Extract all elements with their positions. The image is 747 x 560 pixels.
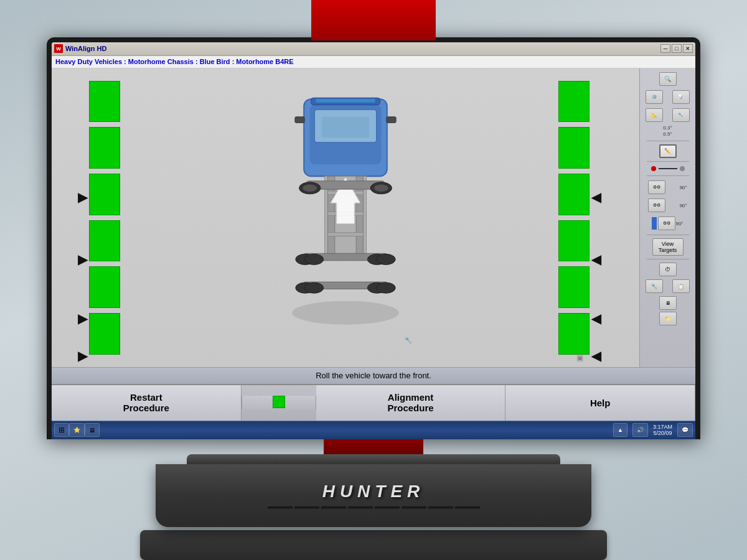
red-dot-indicator	[649, 165, 687, 172]
maximize-button[interactable]: □	[672, 44, 682, 53]
minimize-button[interactable]: ─	[660, 44, 670, 53]
green-block-right-4	[558, 220, 590, 262]
keyboard-area	[140, 530, 607, 560]
close-button[interactable]: ✕	[683, 44, 693, 53]
measure-icon-row: ⚙⚙ 90°	[651, 215, 684, 231]
status-message: Roll the vehicle toward the front.	[316, 371, 431, 380]
vent-3	[321, 506, 346, 509]
green-block-right-3	[558, 174, 590, 215]
console-vents	[268, 506, 480, 509]
sidebar-axle-label-2: 90°	[680, 203, 687, 208]
app-title: WinAlign HD	[65, 45, 107, 52]
restart-procedure-button[interactable]: Restart Procedure	[52, 385, 242, 421]
svg-point-23	[304, 254, 324, 264]
console-body: HUNTER	[156, 464, 591, 527]
green-block-left-4	[89, 220, 120, 262]
center-indicator-area	[242, 396, 316, 409]
svg-rect-14	[327, 232, 363, 236]
sidebar-icon-4[interactable]: 📐	[646, 108, 663, 122]
svg-text:🔧: 🔧	[405, 337, 412, 344]
arrow-right-3: ◀	[591, 311, 601, 326]
monitor-bezel: W WinAlign HD ─ □ ✕ Heavy Duty Vehicles …	[47, 37, 700, 439]
arrow-right-2: ◀	[591, 252, 601, 267]
sidebar-icon-1[interactable]: 🔍	[659, 72, 677, 86]
red-dot-right	[680, 166, 685, 171]
sidebar-axle-icon-1[interactable]: ⚙⚙	[648, 180, 665, 194]
sidebar-top-icons: 🔍	[641, 71, 694, 87]
taskbar-tray: ▲ 🔊 3:17AM 5/20/09 💬	[613, 423, 693, 437]
alignment-btn-label: Alignment Procedure	[387, 392, 433, 413]
sidebar-icon-3[interactable]: 📊	[672, 90, 690, 104]
viz-area: ▶ ▶ ▶ ▶ ◀ ◀ ◀ ◀	[52, 68, 639, 367]
title-bar-left: W WinAlign HD	[54, 44, 107, 53]
sidebar-icon-row-2: ⚙️ 📊	[641, 89, 694, 105]
taskbar-star-item[interactable]: ⭐	[69, 423, 85, 437]
hunter-logo: HUNTER	[322, 482, 425, 502]
stand-base-top	[187, 454, 560, 464]
svg-rect-6	[387, 116, 396, 123]
app-icon: W	[54, 44, 63, 53]
taskbar-clock: 3:17AM 5/20/09	[653, 424, 672, 436]
vent-7	[428, 506, 453, 509]
measure-icon[interactable]	[652, 217, 657, 230]
green-block-left-1	[89, 81, 120, 123]
vehicle-illustration: 🔧	[258, 87, 433, 348]
sidebar-icon-2[interactable]: ⚙️	[646, 90, 663, 104]
green-block-left-3	[89, 174, 120, 215]
svg-point-25	[377, 254, 396, 264]
taskbar-app-item[interactable]: 🖥	[85, 423, 100, 437]
green-block-left-2	[89, 127, 120, 169]
windows-taskbar: ⊞ ⭐ 🖥 ▲ 🔊 3:17AM 5/20/09 💬	[52, 421, 695, 439]
sidebar-icon-bottom-4[interactable]: 📁	[659, 312, 677, 325]
sidebar-icon-5[interactable]: 🔧	[672, 108, 690, 122]
svg-rect-5	[295, 116, 304, 123]
arrow-left-2: ▶	[78, 252, 87, 267]
vent-4	[348, 506, 373, 509]
restart-btn-label: Restart Procedure	[123, 392, 169, 413]
green-block-right-6	[558, 313, 590, 355]
green-blocks-right	[558, 81, 590, 355]
help-button[interactable]: Help	[505, 385, 695, 421]
taskbar-windows-icon[interactable]: ⊞	[54, 423, 69, 437]
green-blocks-left	[89, 81, 120, 355]
sidebar-icon-bottom-1[interactable]: 🔧	[646, 279, 663, 293]
bottom-buttons-bar: Restart Procedure Alignment Procedure He…	[52, 385, 695, 421]
vent-2	[294, 506, 319, 509]
sidebar-highlight-icon[interactable]: ✏️	[659, 144, 677, 158]
arrow-right-4: ◀	[591, 348, 601, 363]
green-block-left-6	[89, 313, 120, 355]
monitor-screen: W WinAlign HD ─ □ ✕ Heavy Duty Vehicles …	[52, 42, 695, 439]
sidebar-axle-label-1: 90°	[680, 185, 687, 190]
svg-point-30	[377, 282, 396, 293]
green-block-right-5	[558, 266, 590, 308]
sidebar-icon-bottom-3[interactable]: 🖥	[659, 296, 677, 310]
arrow-left-1: ▶	[78, 190, 87, 205]
alignment-procedure-button[interactable]: Alignment Procedure	[316, 385, 506, 421]
sidebar-axle-icon-2[interactable]: ⚙⚙	[648, 198, 665, 212]
green-block-left-5	[89, 266, 120, 308]
stand-neck	[324, 439, 423, 454]
svg-rect-8	[316, 99, 375, 103]
arrow-right-1: ◀	[591, 190, 601, 205]
sidebar-icon-bottom-2[interactable]: 📋	[672, 279, 690, 293]
window-controls: ─ □ ✕	[660, 44, 693, 53]
arrow-left-4: ▶	[78, 348, 87, 363]
sidebar-divider-4	[647, 235, 689, 235]
sidebar-clock-icon[interactable]: ⏱	[659, 263, 677, 276]
title-bar: W WinAlign HD ─ □ ✕	[52, 42, 695, 56]
view-targets-button[interactable]: View Targets	[652, 238, 684, 256]
svg-point-28	[304, 282, 324, 293]
arrow-left-3: ▶	[78, 311, 87, 326]
red-dot	[651, 166, 656, 171]
sidebar-axle-row-1: ⚙⚙ 90°	[641, 179, 694, 195]
sidebar-divider-1	[647, 141, 689, 141]
sidebar-measure-btn[interactable]: ⚙⚙	[658, 217, 675, 230]
status-bar: Roll the vehicle toward the front.	[52, 367, 695, 385]
green-block-right-2	[558, 127, 590, 169]
sidebar-divider-3	[647, 175, 689, 176]
taskbar-balloon-icon[interactable]: 💬	[677, 423, 693, 437]
sidebar-numbers: 0.3° 0.5°	[663, 125, 672, 138]
sidebar-measure-label: 90°	[675, 221, 683, 226]
taskbar-tray-sound[interactable]: 🔊	[632, 423, 648, 437]
taskbar-tray-arrow[interactable]: ▲	[613, 423, 627, 437]
